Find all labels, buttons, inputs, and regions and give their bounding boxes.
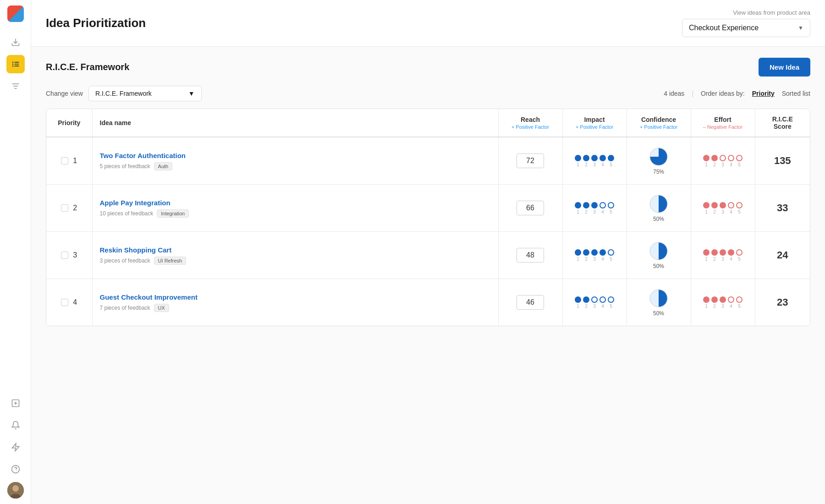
svg-rect-4 — [14, 64, 19, 65]
order-priority[interactable]: Priority — [752, 90, 775, 97]
row-confidence-cell: 50% — [627, 185, 691, 232]
idea-name-link[interactable]: Two Factor Authentication — [100, 152, 491, 159]
product-area-select[interactable]: Checkout Experience ▼ — [682, 19, 810, 37]
toolbar: Change view R.I.C.E. Framework ▼ 4 ideas… — [46, 86, 810, 101]
sidebar-item-filter[interactable] — [6, 77, 25, 95]
reach-value: 72 — [517, 153, 544, 168]
rice-score: 135 — [774, 155, 791, 166]
idea-name-link[interactable]: Reskin Shopping Cart — [100, 246, 491, 254]
rice-score: 24 — [777, 249, 788, 261]
page-title: Idea Prioritization — [46, 16, 146, 30]
view-select[interactable]: R.I.C.E. Framework ▼ — [88, 86, 202, 101]
separator: | — [692, 90, 693, 97]
sidebar-item-download[interactable] — [6, 33, 25, 51]
table-row: 4 Guest Checkout Improvement 7 pieces of… — [46, 279, 810, 326]
confidence-label: 50% — [653, 310, 664, 317]
toolbar-left: Change view R.I.C.E. Framework ▼ — [46, 86, 202, 101]
change-view-label: Change view — [46, 90, 83, 97]
idea-tag: UX — [154, 304, 169, 312]
row-name-cell: Apple Pay Integration 10 pieces of feedb… — [92, 185, 498, 232]
impact-factor-label: + Positive Factor — [570, 124, 619, 130]
header-idea-name: Idea name — [92, 109, 498, 137]
row-reach-cell: 46 — [498, 279, 562, 326]
view-label: View ideas from product area — [733, 9, 810, 16]
sidebar-item-bell[interactable] — [6, 416, 25, 434]
impact-dots: 1 2 3 4 5 — [570, 249, 619, 262]
row-priority-cell: 1 — [46, 137, 92, 185]
effort-dots: 1 2 3 4 5 — [698, 249, 748, 262]
idea-name-link[interactable]: Apple Pay Integration — [100, 199, 491, 207]
row-score-cell: 23 — [755, 279, 810, 326]
feedback-count: 5 pieces of feedback — [100, 163, 150, 170]
confidence-factor-label: + Positive Factor — [634, 124, 683, 130]
new-idea-button[interactable]: New Idea — [759, 58, 810, 77]
page-header: Idea Prioritization View ideas from prod… — [31, 0, 825, 47]
sidebar-item-list[interactable] — [6, 55, 25, 73]
sidebar-item-lightning[interactable] — [6, 438, 25, 456]
framework-title: R.I.C.E. Framework — [46, 62, 129, 72]
row-name-cell: Two Factor Authentication 5 pieces of fe… — [92, 137, 498, 185]
row-checkbox[interactable] — [61, 157, 68, 164]
rice-score: 33 — [777, 202, 788, 214]
row-priority-cell: 2 — [46, 185, 92, 232]
header-impact: Impact + Positive Factor — [562, 109, 627, 137]
row-reach-cell: 72 — [498, 137, 562, 185]
row-reach-cell: 66 — [498, 185, 562, 232]
reach-value: 46 — [517, 295, 544, 310]
svg-point-5 — [12, 66, 13, 67]
header-effort: Effort – Negative Factor — [691, 109, 755, 137]
rice-score: 23 — [777, 296, 788, 308]
effort-factor-label: – Negative Factor — [698, 124, 748, 130]
row-checkbox[interactable] — [61, 204, 68, 212]
priority-number: 4 — [73, 298, 77, 307]
confidence-label: 75% — [653, 169, 664, 175]
header-reach: Reach + Positive Factor — [498, 109, 562, 137]
sidebar — [0, 0, 31, 504]
toolbar-right: 4 ideas | Order ideas by: Priority Sorte… — [664, 90, 810, 97]
ideas-table: Priority Idea name Reach + Positive Fact… — [46, 109, 810, 326]
svg-rect-6 — [14, 66, 19, 66]
header-priority: Priority — [46, 109, 92, 137]
table-header-row: Priority Idea name Reach + Positive Fact… — [46, 109, 810, 137]
product-select-value: Checkout Experience — [689, 24, 759, 32]
confidence-pie: 75% — [634, 147, 683, 175]
row-effort-cell: 1 2 3 4 5 — [691, 137, 755, 185]
sidebar-item-upload[interactable] — [6, 394, 25, 412]
row-confidence-cell: 50% — [627, 232, 691, 279]
svg-point-17 — [12, 485, 19, 492]
effort-dots: 1 2 3 4 5 — [698, 296, 748, 309]
row-impact-cell: 1 2 3 4 5 — [562, 232, 627, 279]
content-area: R.I.C.E. Framework New Idea Change view … — [31, 47, 825, 504]
row-effort-cell: 1 2 3 4 5 — [691, 185, 755, 232]
row-score-cell: 33 — [755, 185, 810, 232]
app-logo[interactable] — [7, 5, 24, 22]
priority-number: 3 — [73, 251, 77, 259]
impact-dots: 1 2 3 4 5 — [570, 155, 619, 167]
idea-tag: Auth — [154, 162, 173, 170]
feedback-count: 10 pieces of feedback — [100, 210, 154, 217]
table-row: 1 Two Factor Authentication 5 pieces of … — [46, 137, 810, 185]
row-priority-cell: 3 — [46, 232, 92, 279]
main-content: Idea Prioritization View ideas from prod… — [31, 0, 825, 504]
ideas-count: 4 ideas — [664, 90, 684, 97]
header-confidence: Confidence + Positive Factor — [627, 109, 691, 137]
sidebar-item-help[interactable] — [6, 460, 25, 478]
effort-dots: 1 2 3 4 5 — [698, 202, 748, 214]
idea-tag: Integration — [157, 209, 189, 218]
feedback-count: 3 pieces of feedback — [100, 257, 150, 264]
row-impact-cell: 1 2 3 4 5 — [562, 279, 627, 326]
row-checkbox[interactable] — [61, 252, 68, 259]
user-avatar[interactable] — [7, 482, 24, 499]
reach-value: 48 — [517, 248, 544, 263]
row-confidence-cell: 75% — [627, 137, 691, 185]
row-impact-cell: 1 2 3 4 5 — [562, 137, 627, 185]
idea-name-link[interactable]: Guest Checkout Improvement — [100, 293, 491, 301]
chevron-down-icon: ▼ — [798, 25, 803, 31]
view-chevron-icon: ▼ — [188, 90, 195, 97]
reach-factor-label: + Positive Factor — [506, 124, 555, 130]
row-score-cell: 135 — [755, 137, 810, 185]
priority-number: 2 — [73, 204, 77, 212]
sorted-list[interactable]: Sorted list — [782, 90, 810, 97]
confidence-pie: 50% — [634, 194, 683, 222]
row-checkbox[interactable] — [61, 299, 68, 306]
